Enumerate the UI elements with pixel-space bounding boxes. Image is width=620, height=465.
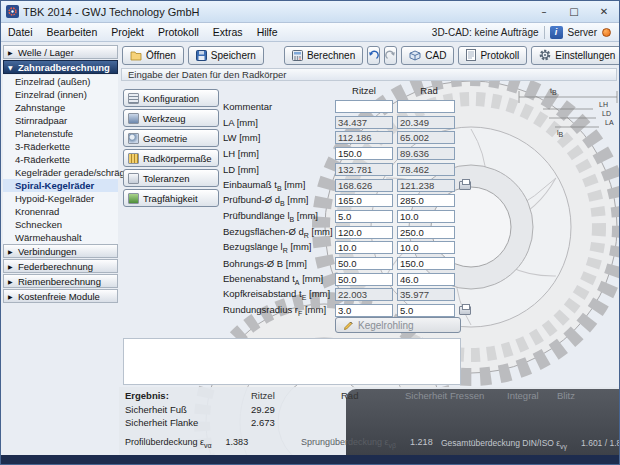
sidebar-item-einzelrad-aussen[interactable]: Einzelrad (außen) <box>3 75 118 88</box>
sidebar-item-schnecken[interactable]: Schnecken <box>3 218 118 231</box>
rundungsradius-ritzel-input[interactable] <box>335 304 393 317</box>
open-folder-icon <box>130 50 142 61</box>
results-label-fressen: Sicherheit Fressen <box>405 390 484 401</box>
bohrungs-d-ritzel-input[interactable] <box>335 257 393 270</box>
sidebar-item-4-raederkette[interactable]: 4-Räderkette <box>3 153 118 166</box>
lw-label: LW [mm] <box>223 132 335 143</box>
sidebar: ▶Welle / Lager▼ZahnradberechnungEinzelra… <box>3 45 118 304</box>
menu-hilfe[interactable]: Hilfe <box>250 23 285 41</box>
radkoerpermasse-button[interactable]: Radkörpermaße <box>123 149 219 167</box>
undo-button[interactable] <box>367 46 380 65</box>
pruefbund-d-rad-input[interactable] <box>397 194 455 207</box>
results-title: Ergebnis: <box>125 390 169 401</box>
werkzeug-button[interactable]: Werkzeug <box>123 109 219 127</box>
metric-profiluberdeckung: Profilüberdeckung εvα1.383 <box>125 437 248 449</box>
side-button-group: KonfigurationWerkzeugGeometrieRadkörperm… <box>123 89 221 209</box>
save-button[interactable]: Speichern <box>188 46 264 65</box>
la-label: LA [mm] <box>223 117 335 128</box>
sidebar-item-kegelraeder-gerade-schraeg[interactable]: Kegelräder gerade/schräg <box>3 166 118 179</box>
einbaumass-rad-input[interactable] <box>397 179 455 192</box>
titlebar: TBK 2014 - GWJ Technology GmbH – □ ✕ <box>1 1 619 23</box>
la-ritzel-input[interactable] <box>335 116 393 129</box>
toleranzen-button[interactable]: Toleranzen <box>123 169 219 187</box>
ld-rad-input[interactable] <box>397 163 455 176</box>
einbaumass-ritzel-input[interactable] <box>335 179 393 192</box>
kegelrohling-button[interactable]: Kegelrohling <box>335 317 461 333</box>
pencil-icon <box>343 320 354 331</box>
sidebar-item-waermehaushalt[interactable]: Wärmehaushalt <box>3 231 118 244</box>
bezugsflaechen-d-ritzel-input[interactable] <box>335 226 393 239</box>
sidebar-section-kostenfreie-module[interactable]: ▶Kostenfreie Module <box>3 289 118 303</box>
menu-bearbeiten[interactable]: Bearbeiten <box>40 23 105 41</box>
rundungsradius-rad-input[interactable] <box>397 304 455 317</box>
kopfkreisabstand-rad-input[interactable] <box>397 288 455 301</box>
sidebar-section-federberechnung[interactable]: ▶Federberechnung <box>3 259 118 273</box>
chevron-right-icon: ▶ <box>8 263 15 270</box>
print-icon[interactable] <box>459 306 471 315</box>
info-icon[interactable]: i <box>550 26 563 39</box>
sidebar-item-hypoid-kegelraeder[interactable]: Hypoid-Kegelräder <box>3 192 118 205</box>
settings-button[interactable]: Einstellungen <box>531 46 620 65</box>
dimension-label-ld: LD <box>602 110 611 119</box>
bezugsflaechen-d-rad-input[interactable] <box>397 226 455 239</box>
cad-button[interactable]: CAD <box>401 46 454 65</box>
sidebar-item-3-raederkette[interactable]: 3-Räderkette <box>3 140 118 153</box>
pruefbundlaenge-label: Prüfbundlänge lB [mm] <box>223 210 335 223</box>
lw-ritzel-input[interactable] <box>335 131 393 144</box>
tool-icon <box>128 113 139 124</box>
document-icon <box>466 49 476 61</box>
pruefbundlaenge-ritzel-input[interactable] <box>335 210 393 223</box>
bezugslaenge-ritzel-input[interactable] <box>335 241 393 254</box>
gear-icon <box>539 49 551 61</box>
dimensions-icon <box>128 153 139 164</box>
lh-ritzel-input[interactable] <box>335 147 393 160</box>
ebenenabstand-ritzel-input[interactable] <box>335 273 393 286</box>
kommentar-ritzel-input[interactable] <box>335 100 393 113</box>
maximize-button[interactable]: □ <box>559 1 589 22</box>
pruefbund-d-ritzel-input[interactable] <box>335 194 393 207</box>
minimize-button[interactable]: – <box>529 1 559 22</box>
bezugslaenge-rad-input[interactable] <box>397 241 455 254</box>
sidebar-section-welle-lager[interactable]: ▶Welle / Lager <box>3 45 118 59</box>
redo-icon <box>385 50 396 60</box>
results-label-blitz: Blitz <box>557 390 575 401</box>
lh-rad-input[interactable] <box>397 147 455 160</box>
sidebar-section-zahnradberechnung[interactable]: ▼Zahnradberechnung <box>3 60 118 74</box>
la-rad-input[interactable] <box>397 116 455 129</box>
sidebar-section-verbindungen[interactable]: ▶Verbindungen <box>3 244 118 258</box>
kommentar-rad-input[interactable] <box>397 100 455 113</box>
open-button[interactable]: Öffnen <box>122 46 184 65</box>
lw-rad-input[interactable] <box>397 131 455 144</box>
menu-extras[interactable]: Extras <box>206 23 250 41</box>
menubar: DateiBearbeitenProjektProtokollExtrasHil… <box>1 23 619 42</box>
sidebar-item-stirnradpaar[interactable]: Stirnradpaar <box>3 114 118 127</box>
sidebar-item-spiral-kegelraeder[interactable]: Spiral-Kegelräder <box>3 179 118 192</box>
protocol-button[interactable]: Protokoll <box>458 46 527 65</box>
sidebar-item-zahnstange[interactable]: Zahnstange <box>3 101 118 114</box>
result-row-value-ritzel: 2.673 <box>251 417 275 428</box>
ebenenabstand-rad-input[interactable] <box>397 273 455 286</box>
redo-button[interactable] <box>384 46 397 65</box>
sidebar-item-kronenrad[interactable]: Kronenrad <box>3 205 118 218</box>
kopfkreisabstand-ritzel-input[interactable] <box>335 288 393 301</box>
calculate-button[interactable]: Berechnen <box>284 46 363 65</box>
pruefbundlaenge-rad-input[interactable] <box>397 210 455 223</box>
bohrungs-d-rad-input[interactable] <box>397 257 455 270</box>
menu-datei[interactable]: Datei <box>1 23 40 41</box>
sidebar-item-planetenstufe[interactable]: Planetenstufe <box>3 127 118 140</box>
konfiguration-button[interactable]: Konfiguration <box>123 89 219 107</box>
column-header-rad: Rad <box>400 85 458 96</box>
server-status-dot <box>602 28 611 37</box>
menu-projekt[interactable]: Projekt <box>104 23 151 41</box>
sidebar-item-einzelrad-innen[interactable]: Einzelrad (innen) <box>3 88 118 101</box>
column-header-ritzel: Ritzel <box>335 85 393 96</box>
bohrungs-d-label: Bohrungs-Ø B [mm] <box>223 258 335 269</box>
geometrie-button[interactable]: Geometrie <box>123 129 219 147</box>
sidebar-section-riemenberechnung[interactable]: ▶Riemenberechnung <box>3 274 118 288</box>
menu-protokoll[interactable]: Protokoll <box>151 23 206 41</box>
close-button[interactable]: ✕ <box>589 1 619 22</box>
ld-ritzel-input[interactable] <box>335 163 393 176</box>
print-icon[interactable] <box>459 181 471 190</box>
chevron-right-icon: ▶ <box>8 49 15 56</box>
tragfaehigkeit-button[interactable]: Tragfähigkeit <box>123 189 219 207</box>
